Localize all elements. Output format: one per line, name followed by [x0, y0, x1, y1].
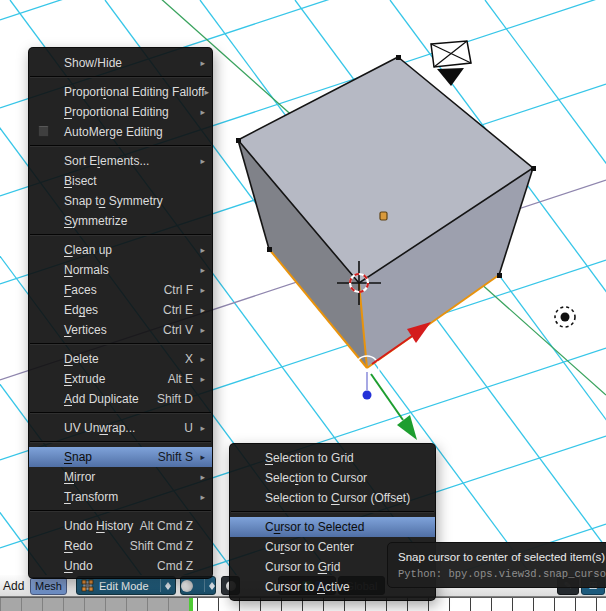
dropdown-arrows-icon: [160, 579, 171, 592]
menu-item-transform[interactable]: Transform▸: [29, 487, 212, 507]
menu-item-shortcut: Alt Cmd Z: [140, 519, 193, 533]
menu-item-shortcut: Ctrl E: [163, 303, 193, 317]
tooltip: Snap cursor to center of selected item(s…: [387, 542, 606, 588]
menu-item-label: Bisect: [64, 174, 196, 188]
menu-item-shortcut: Ctrl F: [164, 283, 193, 297]
mode-dropdown-label: Edit Mode: [99, 580, 149, 592]
menu-item-shortcut: Ctrl V: [163, 323, 193, 337]
menu-item-label: Selection to Cursor: [265, 471, 419, 485]
submenu-arrow-icon: ▸: [196, 157, 205, 166]
submenu-arrow-icon: ▸: [196, 424, 205, 433]
menu-item-extrude[interactable]: ExtrudeAlt E▸: [29, 369, 212, 389]
menu-item-label: Extrude: [64, 372, 168, 386]
submenu-arrow-icon: ▸: [196, 326, 205, 335]
menu-item-automerge-editing[interactable]: AutoMerge Editing: [29, 122, 212, 142]
submenu-arrow-icon: ▸: [196, 493, 205, 502]
menu-item-selection-to-cursor-offset[interactable]: Selection to Cursor (Offset): [230, 488, 435, 508]
viewport-shading-icon: [181, 580, 193, 592]
mesh-menu-label: Mesh: [35, 580, 62, 592]
mesh-menu-panel: Show/Hide▸Proportional Editing Falloff▸P…: [28, 47, 213, 579]
menu-item-shortcut: U: [184, 421, 193, 435]
menu-item-label: Transform: [64, 490, 196, 504]
menu-separator: [30, 441, 211, 443]
menu-item-label: Clean up: [64, 243, 196, 257]
dropdown-arrows-icon: [204, 579, 215, 592]
menu-item-undo[interactable]: UndoCmd Z: [29, 556, 212, 576]
submenu-arrow-icon: ▸: [196, 108, 205, 117]
menu-item-uv-unwrap[interactable]: UV Unwrap...U▸: [29, 418, 212, 438]
menu-item-label: Cursor to Selected: [265, 520, 419, 534]
menu-item-label: Faces: [64, 283, 164, 297]
add-menu[interactable]: Add: [3, 579, 24, 593]
menu-separator: [30, 234, 211, 236]
submenu-arrow-icon: ▸: [196, 453, 205, 462]
menu-item-add-duplicate[interactable]: Add DuplicateShift D: [29, 389, 212, 409]
menu-item-label: UV Unwrap...: [64, 421, 184, 435]
menu-item-label: Add Duplicate: [64, 392, 157, 406]
menu-item-label: Proportional Editing Falloff: [64, 85, 205, 99]
menu-item-label: Undo: [64, 559, 157, 573]
menu-item-undo-history[interactable]: Undo HistoryAlt Cmd Z: [29, 516, 212, 536]
menu-item-label: Mirror: [64, 470, 196, 484]
submenu-arrow-icon: ▸: [196, 355, 205, 364]
menu-item-faces[interactable]: FacesCtrl F▸: [29, 280, 212, 300]
menu-item-shortcut: Shift S: [158, 450, 193, 464]
menu-item-snap[interactable]: SnapShift S▸: [29, 447, 212, 467]
object-origin-dot: [380, 212, 387, 220]
menu-item-sort-elements[interactable]: Sort Elements...▸: [29, 151, 212, 171]
menu-item-selection-to-cursor[interactable]: Selection to Cursor: [230, 468, 435, 488]
menu-item-proportional-editing-falloff[interactable]: Proportional Editing Falloff▸: [29, 82, 212, 102]
menu-item-label: Proportional Editing: [64, 105, 196, 119]
submenu-arrow-icon: ▸: [196, 266, 205, 275]
menu-item-label: Redo: [64, 539, 130, 553]
menu-item-shortcut: X: [185, 352, 193, 366]
menu-item-label: Snap: [64, 450, 158, 464]
menu-item-shortcut: Shift Cmd Z: [130, 539, 193, 553]
menu-item-label: Selection to Grid: [265, 451, 419, 465]
menu-item-edges[interactable]: EdgesCtrl E▸: [29, 300, 212, 320]
submenu-arrow-icon: ▸: [196, 286, 205, 295]
menu-item-shortcut: Cmd Z: [157, 559, 193, 573]
menu-separator: [30, 145, 211, 147]
menu-item-label: Snap to Symmetry: [64, 194, 196, 208]
edit-mode-icon: [81, 579, 94, 592]
menu-item-label: Vertices: [64, 323, 163, 337]
menu-item-delete[interactable]: DeleteX▸: [29, 349, 212, 369]
submenu-arrow-icon: ▸: [205, 88, 210, 97]
menu-separator: [30, 343, 211, 345]
submenu-arrow-icon: ▸: [196, 306, 205, 315]
menu-item-cursor-to-selected[interactable]: Cursor to Selected: [230, 517, 435, 537]
menu-item-snap-to-symmetry[interactable]: Snap to Symmetry: [29, 191, 212, 211]
checkbox-icon[interactable]: [38, 126, 49, 137]
submenu-arrow-icon: ▸: [196, 59, 205, 68]
menu-item-normals[interactable]: Normals▸: [29, 260, 212, 280]
menu-item-show-hide[interactable]: Show/Hide▸: [29, 53, 212, 73]
menu-separator: [231, 511, 434, 513]
menu-item-mirror[interactable]: Mirror▸: [29, 467, 212, 487]
submenu-arrow-icon: ▸: [196, 375, 205, 384]
mesh-menu-button[interactable]: Mesh: [30, 577, 67, 595]
menu-item-label: Symmetrize: [64, 214, 196, 228]
menu-item-label: Sort Elements...: [64, 154, 196, 168]
menu-separator: [30, 412, 211, 414]
menu-item-vertices[interactable]: VerticesCtrl V▸: [29, 320, 212, 340]
menu-separator: [30, 510, 211, 512]
menu-item-redo[interactable]: RedoShift Cmd Z: [29, 536, 212, 556]
menu-item-proportional-editing[interactable]: Proportional Editing▸: [29, 102, 212, 122]
menu-item-label: Show/Hide: [64, 56, 196, 70]
menu-item-label: Delete: [64, 352, 185, 366]
menu-item-bisect[interactable]: Bisect: [29, 171, 212, 191]
menu-item-label: Normals: [64, 263, 196, 277]
submenu-arrow-icon: ▸: [196, 473, 205, 482]
timeline-out-of-range: [0, 598, 190, 611]
menu-item-clean-up[interactable]: Clean up▸: [29, 240, 212, 260]
menu-item-selection-to-grid[interactable]: Selection to Grid: [230, 448, 435, 468]
tooltip-title: Snap cursor to center of selected item(s…: [398, 551, 606, 563]
menu-item-shortcut: Shift D: [157, 392, 193, 406]
menu-item-shortcut: Alt E: [168, 372, 193, 386]
menu-item-symmetrize[interactable]: Symmetrize: [29, 211, 212, 231]
menu-separator: [30, 76, 211, 78]
submenu-arrow-icon: ▸: [196, 246, 205, 255]
menu-item-label: AutoMerge Editing: [64, 125, 196, 139]
blender-window: Add Mesh Edit Mode: [0, 0, 606, 611]
